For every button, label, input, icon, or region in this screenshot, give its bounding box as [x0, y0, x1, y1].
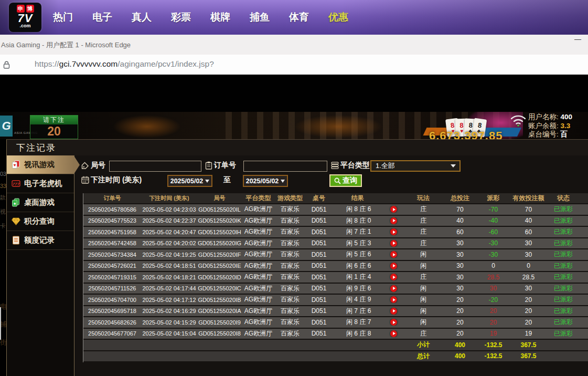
table-cell: 30	[508, 239, 549, 247]
points-icon	[12, 217, 20, 226]
table-cell: 百家乐	[275, 307, 305, 316]
wifi-icon	[509, 113, 527, 127]
table-cell: 百家乐	[275, 239, 305, 248]
lock-icon	[3, 61, 10, 69]
replay-button[interactable]	[390, 330, 397, 337]
nav-item-0[interactable]: 热门	[53, 11, 73, 24]
table-cell: 百家乐	[275, 227, 305, 236]
table-cell: 已派彩	[549, 239, 578, 248]
round-input[interactable]	[109, 161, 201, 172]
slot-machine-glow	[113, 115, 181, 138]
site-logo[interactable]: 申 博 7V .com	[9, 3, 41, 32]
table-cell: -30	[478, 239, 508, 247]
background-fragment: 33	[0, 183, 6, 189]
sidebar-item-0[interactable]: ♥视讯游戏	[7, 155, 74, 174]
table-cell: 30	[442, 262, 478, 269]
replay-button[interactable]	[390, 240, 397, 247]
nav-item-4[interactable]: 棋牌	[210, 11, 230, 24]
nav-item-7[interactable]: 优惠	[328, 11, 348, 24]
table-cell: 30	[478, 285, 508, 292]
sidebar-item-3[interactable]: 积分查询	[7, 212, 74, 231]
table-cell: D051	[305, 296, 333, 304]
nav-item-1[interactable]: 电子	[92, 11, 112, 24]
background-fragment: 款	[0, 194, 6, 202]
replay-button[interactable]	[390, 319, 397, 326]
cards-icon: ♥	[12, 160, 20, 169]
modal-header: 下注记录	[7, 140, 588, 155]
table-cell: AG欧洲厅	[242, 318, 275, 327]
table-cell: 70	[508, 206, 549, 213]
sidebar-item-1[interactable]: 777电子老虎机	[7, 174, 74, 193]
order-input[interactable]	[243, 161, 327, 172]
replay-button[interactable]	[390, 274, 397, 280]
table-cell: AG欧洲厅	[242, 239, 275, 248]
table-cell: 2025-05-02 04:18:51	[141, 263, 197, 269]
url-text[interactable]: https://gci.7vvvvvv.com/agingame/pcv1/in…	[35, 59, 214, 69]
search-button[interactable]: 查询	[329, 174, 362, 187]
sidebar-item-2[interactable]: ♠桌面游戏	[7, 193, 74, 212]
table-cell	[382, 251, 405, 258]
table-cell: D051	[305, 285, 333, 292]
replay-button[interactable]	[390, 206, 397, 213]
platform-select[interactable]: 1.全部	[370, 160, 461, 172]
table-cell: 闲 5 庄 6	[333, 250, 382, 259]
table-cell: 局号	[197, 194, 242, 202]
replay-button[interactable]	[390, 308, 397, 315]
background-fragments: 0333款视卡电子游戏捕鱼王街机电玩	[0, 139, 6, 376]
table-cell: 250502045742458	[83, 240, 141, 246]
nav-item-5[interactable]: 捕鱼	[250, 11, 270, 24]
background-fragment: 卡	[0, 222, 6, 230]
table-cell: -30	[478, 251, 508, 258]
replay-button[interactable]	[390, 217, 397, 224]
table-row: 2505020457115262025-05-02 04:17:44GD0512…	[83, 284, 588, 294]
nav-item-3[interactable]: 彩票	[171, 11, 191, 24]
table-cell: AG欧洲厅	[242, 227, 275, 236]
table-cell: 百家乐	[275, 216, 305, 225]
sidebar-item-label: 额度记录	[24, 235, 55, 245]
table-cell: 游戏	[578, 194, 588, 203]
table-cell: 250502045682626	[83, 319, 141, 326]
table-cell: 闲 8 庄 0	[333, 216, 382, 225]
table-cell: 已派彩	[549, 262, 578, 270]
table-total-row: 总计400-132.5367.5	[83, 351, 588, 362]
background-fragment: 03	[0, 171, 6, 177]
table-cell: 总投注	[442, 194, 478, 203]
sidebar-item-4[interactable]: 额度记录	[7, 231, 74, 250]
logo-tld: .com	[19, 24, 30, 28]
player-info-panel: 用户名称: 400账户余额: 3.3桌台编号: 百	[528, 113, 572, 139]
table-cell: 20	[442, 296, 478, 304]
table-cell: 闲	[405, 250, 442, 259]
replay-button[interactable]	[390, 296, 397, 303]
table-cell: 2025-05-02 04:15:04	[141, 330, 197, 337]
date-from-picker[interactable]: 2025/05/02	[167, 175, 212, 187]
replay-button[interactable]	[390, 251, 397, 258]
asia-gaming-logo: G	[0, 116, 13, 137]
table-cell: 庄	[405, 329, 442, 338]
nav-item-2[interactable]: 真人	[132, 11, 152, 24]
platform-list-icon	[331, 162, 339, 169]
table-cell: 250502045711526	[83, 285, 141, 291]
slots-icon: 777	[12, 179, 20, 188]
table-cell: 闲 6 庄 8	[333, 329, 382, 338]
table-cell: 已派彩	[549, 284, 578, 293]
browser-urlbar[interactable]: https://gci.7vvvvvv.com/agingame/pcv1/in…	[0, 55, 588, 75]
table-cell: 下注时间 (美东)	[141, 194, 197, 202]
table-cell: 已派彩	[549, 205, 578, 214]
player-info-row: 用户名称: 400	[528, 113, 572, 122]
table-cell: 2025-05-02 04:20:47	[141, 229, 197, 235]
replay-button[interactable]	[390, 263, 397, 269]
minimize-button[interactable]: —	[574, 35, 581, 43]
date-to-picker[interactable]: 2025/05/02	[243, 175, 288, 187]
url-scheme: https://	[35, 59, 59, 68]
chevron-down-icon	[451, 164, 456, 168]
replay-button[interactable]	[390, 228, 397, 235]
table-cell: AG欧洲厅	[242, 262, 275, 270]
table-cell: AG欧洲厅	[242, 295, 275, 304]
replay-button[interactable]	[390, 285, 397, 292]
table-cell: 百家乐	[275, 273, 305, 281]
url-path: /agingame/pcv1/index.jsp?	[117, 59, 214, 68]
table-cell: 40	[508, 217, 549, 224]
table-cell: 250502045734384	[83, 252, 141, 258]
nav-item-6[interactable]: 体育	[289, 11, 309, 24]
table-cell: 250502045726021	[83, 263, 141, 269]
